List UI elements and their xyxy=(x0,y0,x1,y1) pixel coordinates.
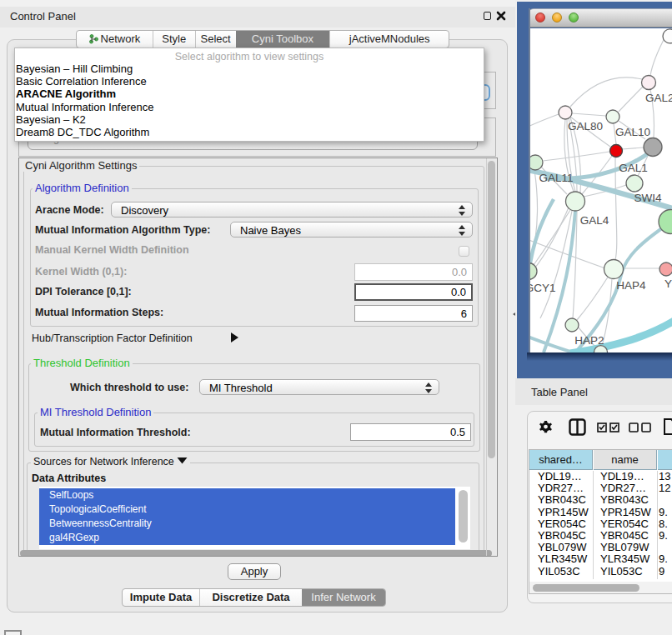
svg-text:GAL10: GAL10 xyxy=(615,126,650,138)
svg-text:HAP2: HAP2 xyxy=(574,334,604,347)
svg-text:YER: YER xyxy=(664,278,672,290)
svg-text:GAL4: GAL4 xyxy=(580,214,609,227)
svg-text:GAL1: GAL1 xyxy=(619,162,648,174)
svg-text:GAL80: GAL80 xyxy=(568,120,603,132)
svg-text:GCY1: GCY1 xyxy=(529,282,555,294)
svg-text:GAL2: GAL2 xyxy=(645,92,672,104)
svg-text:SWI4: SWI4 xyxy=(634,192,661,204)
svg-text:HAP4: HAP4 xyxy=(616,279,646,292)
svg-text:GAL11: GAL11 xyxy=(539,172,573,184)
